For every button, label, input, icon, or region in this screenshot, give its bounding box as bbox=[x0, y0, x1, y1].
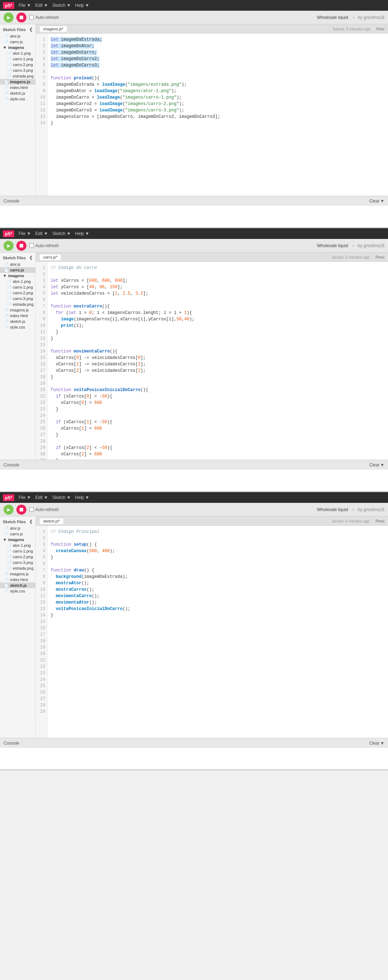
preview-button-3[interactable]: Previ bbox=[375, 519, 385, 523]
sidebar-item-carro-js[interactable]: 📄carro.js bbox=[0, 39, 35, 45]
sidebar-item3-carro-js[interactable]: 📄carro.js bbox=[0, 531, 35, 537]
sidebar-item-index-html[interactable]: 📄index.html bbox=[0, 84, 35, 91]
sidebar-folder2-imagens[interactable]: ▼imagens bbox=[0, 273, 35, 278]
sidebar-toggle-3[interactable]: ❮ bbox=[29, 519, 32, 524]
menu-file-2[interactable]: File ▼ bbox=[19, 231, 31, 236]
sidebar-item3-ator-1-png[interactable]: 📄ator-1.png bbox=[3, 542, 35, 548]
sidebar-item2-carro-js[interactable]: 📄carro.js bbox=[0, 267, 35, 273]
editor-tab-sketch[interactable]: sketch.js* bbox=[39, 518, 64, 524]
console-clear-2[interactable]: Clear ▼ bbox=[369, 463, 385, 468]
file-icon: 📄 bbox=[7, 57, 11, 61]
code-content-2[interactable]: // Código do carro let xCarros = [600, 6… bbox=[48, 262, 388, 460]
file-icon: 📄 bbox=[7, 566, 11, 570]
code-editor-3[interactable]: 1234567891011121314151617181920212223242… bbox=[36, 526, 388, 738]
sidebar-header: Sketch Files ❮ bbox=[0, 26, 35, 33]
file-icon: 📄 bbox=[4, 572, 9, 576]
sidebar-item-imagens-js[interactable]: 📄imagens.js bbox=[0, 79, 35, 84]
edit-icon-2[interactable]: ✏ bbox=[352, 243, 355, 248]
file-icon: 📄 bbox=[4, 578, 9, 582]
sidebar-item-carro-2-png[interactable]: 📄carro-2.png bbox=[3, 62, 35, 67]
sidebar-title-3: Sketch Files bbox=[3, 520, 26, 524]
project-name-2[interactable]: Wholesale liquid bbox=[317, 243, 348, 248]
menu-edit[interactable]: Edit ▼ bbox=[35, 3, 48, 8]
sidebar-item3-imagens-js[interactable]: 📄imagens.js bbox=[0, 571, 35, 577]
sidebar-1: Sketch Files ❮ 📄ator.js 📄carro.js ▼image… bbox=[0, 24, 36, 196]
auto-refresh-label-2[interactable]: Auto-refresh bbox=[29, 243, 59, 248]
auto-refresh-label[interactable]: Auto-refresh bbox=[29, 15, 59, 20]
folder-arrow-3: ▼ bbox=[3, 538, 7, 542]
sidebar-item3-index-html[interactable]: 📄index.html bbox=[0, 577, 35, 582]
sidebar-item2-carro-1-png[interactable]: 📄carro-1.png bbox=[3, 284, 35, 290]
play-button-3[interactable]: ▶ bbox=[3, 504, 14, 515]
sidebar-item2-ator-js[interactable]: 📄ator.js bbox=[0, 261, 35, 267]
menu-help[interactable]: Help ▼ bbox=[75, 3, 90, 8]
edit-icon-3[interactable]: ✏ bbox=[352, 507, 355, 512]
sidebar-toggle[interactable]: ❮ bbox=[29, 27, 32, 32]
chevron-down-icon-2: ▼ bbox=[380, 463, 385, 468]
play-button[interactable]: ▶ bbox=[3, 13, 14, 22]
edit-icon[interactable]: ✏ bbox=[352, 14, 355, 20]
sidebar-item2-estrada-png[interactable]: 📄estrada.png bbox=[3, 301, 35, 307]
menu-file[interactable]: File ▼ bbox=[19, 3, 31, 8]
sidebar-item-ator-js[interactable]: 📄ator.js bbox=[0, 33, 35, 39]
project-name[interactable]: Wholesale liquid bbox=[317, 15, 348, 20]
sidebar-item3-carro-1-png[interactable]: 📄carro-1.png bbox=[3, 548, 35, 554]
menu-edit-2[interactable]: Edit ▼ bbox=[35, 231, 48, 236]
sidebar-item2-carro-3-png[interactable]: 📄carro-3.png bbox=[3, 296, 35, 301]
menu-sketch-2[interactable]: Sketch ▼ bbox=[52, 231, 71, 236]
sidebar-folder3-imagens[interactable]: ▼imagens bbox=[0, 537, 35, 542]
file-icon: 📄 bbox=[4, 320, 9, 324]
sidebar-item3-carro-3-png[interactable]: 📄carro-3.png bbox=[3, 560, 35, 565]
auto-refresh-checkbox-3[interactable] bbox=[29, 507, 34, 512]
stop-button-3[interactable] bbox=[16, 504, 26, 515]
editor-tab-imagens[interactable]: imagens.js* bbox=[39, 26, 67, 32]
file-icon: 📄 bbox=[4, 80, 9, 84]
menu-sketch-3[interactable]: Sketch ▼ bbox=[52, 495, 71, 500]
sidebar-item3-style-css[interactable]: 📄style.css bbox=[0, 588, 35, 594]
stop-button-2[interactable] bbox=[16, 241, 26, 251]
preview-button[interactable]: Prev bbox=[376, 27, 385, 31]
auto-refresh-checkbox[interactable] bbox=[29, 15, 34, 20]
menu-help-2[interactable]: Help ▼ bbox=[75, 231, 90, 236]
sidebar-item-ator-1-png[interactable]: 📄ator-1.png bbox=[3, 50, 35, 56]
auto-refresh-checkbox-2[interactable] bbox=[29, 243, 34, 248]
sidebar-item2-index-html[interactable]: 📄index.html bbox=[0, 313, 35, 318]
sidebar-item-carro-3-png[interactable]: 📄carro-3.png bbox=[3, 67, 35, 73]
save-info-2: Saved: 3 minutes ago bbox=[332, 255, 370, 259]
code-content-3[interactable]: // Código Principal function setup() { c… bbox=[48, 526, 388, 738]
sidebar-item2-imagens-js[interactable]: 📄imagens.js bbox=[0, 307, 35, 313]
sidebar-item-style-css[interactable]: 📄style.css bbox=[0, 96, 35, 102]
sidebar-item-sketch-js[interactable]: 📄sketch.js bbox=[0, 91, 35, 96]
p5-logo: p5* bbox=[3, 2, 14, 9]
sidebar-item-estrada-png[interactable]: 📄estrada.png bbox=[3, 73, 35, 79]
preview-button-2[interactable]: Previ bbox=[375, 255, 385, 259]
project-name-3[interactable]: Wholesale liquid bbox=[317, 507, 348, 512]
editor-tab-carro[interactable]: carro.js* bbox=[39, 254, 61, 260]
play-button-2[interactable]: ▶ bbox=[3, 241, 14, 251]
sidebar-item3-ator-js[interactable]: 📄ator.js bbox=[0, 525, 35, 531]
sidebar-folder-imagens[interactable]: ▼imagens bbox=[0, 45, 35, 50]
menu-edit-3[interactable]: Edit ▼ bbox=[35, 495, 48, 500]
menu-file-3[interactable]: File ▼ bbox=[19, 495, 31, 500]
sidebar-item2-carro-2-png[interactable]: 📄carro-2.png bbox=[3, 290, 35, 296]
sidebar-item3-sketch-js[interactable]: 📄sketch.js bbox=[0, 582, 35, 588]
p5-logo-3: p5* bbox=[3, 494, 14, 501]
code-content-1[interactable]: let imagemDaEstrada; let imagemDoAtor; l… bbox=[48, 33, 388, 196]
menu-help-3[interactable]: Help ▼ bbox=[75, 495, 90, 500]
sidebar-toggle-2[interactable]: ❮ bbox=[29, 255, 32, 260]
auto-refresh-label-3[interactable]: Auto-refresh bbox=[29, 507, 59, 512]
menu-sketch[interactable]: Sketch ▼ bbox=[52, 3, 71, 8]
sidebar-item-carro-1-png[interactable]: 📄carro-1.png bbox=[3, 56, 35, 62]
console-clear-3[interactable]: Clear ▼ bbox=[369, 741, 385, 746]
file-icon: 📄 bbox=[4, 325, 9, 329]
sidebar-item2-sketch-js[interactable]: 📄sketch.js bbox=[0, 318, 35, 324]
sidebar-item3-carro-2-png[interactable]: 📄carro-2.png bbox=[3, 554, 35, 560]
panel-1: p5* File ▼ Edit ▼ Sketch ▼ Help ▼ ▶ Auto… bbox=[0, 0, 388, 228]
sidebar-item2-style-css[interactable]: 📄style.css bbox=[0, 324, 35, 330]
sidebar-item2-ator-1-png[interactable]: 📄ator-1.png bbox=[3, 278, 35, 284]
code-editor-1[interactable]: 1234567891011121314 let imagemDaEstrada;… bbox=[36, 33, 388, 196]
stop-button[interactable] bbox=[16, 13, 26, 22]
sidebar-item3-estrada-png[interactable]: 📄estrada.png bbox=[3, 565, 35, 571]
code-editor-2[interactable]: 1234567891011121314151617181920212223242… bbox=[36, 262, 388, 460]
console-clear-1[interactable]: Clear ▼ bbox=[369, 199, 385, 204]
